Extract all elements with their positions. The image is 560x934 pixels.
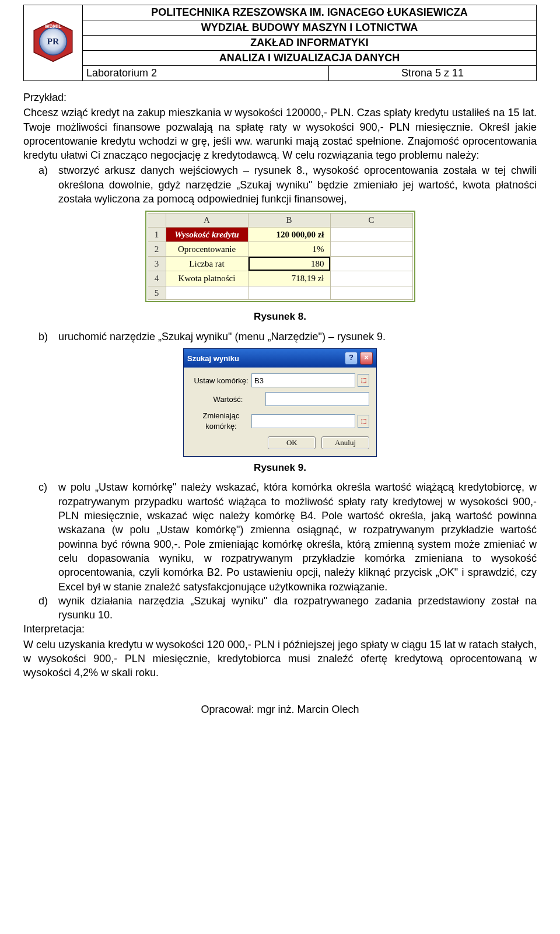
row-header: 4	[148, 271, 166, 286]
label-changing-cell: Zmieniając komórkę:	[191, 411, 251, 431]
caption-fig9: Rysunek 9.	[23, 461, 537, 475]
list-marker-d: d)	[38, 594, 48, 608]
page-header: PR WBMiL POLITECHNIKA RZESZOWSKA IM. IGN…	[23, 0, 537, 85]
header-page: Strona 5 z 11	[328, 66, 536, 81]
cell-a1: Wysokość kredytu	[166, 227, 248, 242]
list-marker-a: a)	[38, 163, 48, 177]
svg-text:PR: PR	[47, 36, 60, 46]
cell-b1: 120 000,00 zł	[248, 227, 330, 242]
list-marker-b: b)	[38, 330, 48, 344]
input-changing-cell[interactable]	[251, 414, 355, 428]
cell-c4	[330, 271, 412, 286]
dialog-titlebar: Szukaj wyniku ? ×	[184, 349, 376, 368]
header-line-3: ZAKŁAD INFORMATYKI	[83, 36, 537, 51]
header-line-2: WYDZIAŁ BUDOWY MASZYN I LOTNICTWA	[83, 20, 537, 36]
caption-fig8: Rysunek 8.	[23, 310, 537, 324]
input-to-value[interactable]	[265, 392, 369, 406]
cell-a3: Liczba rat	[166, 257, 248, 271]
list-text-a: stworzyć arkusz danych wejściowych – rys…	[58, 163, 537, 206]
logo-text: WBMiL	[44, 23, 61, 29]
goal-seek-dialog: Szukaj wyniku ? × Ustaw komórkę: ⬚	[183, 348, 377, 456]
cell-a4: Kwota płatności	[166, 271, 248, 286]
input-set-cell[interactable]	[251, 373, 355, 387]
cell-c5	[330, 286, 412, 299]
cell-b5	[248, 286, 330, 299]
spreadsheet-figure: A B C 1 Wysokość kredytu 120 000,00 zł 2…	[145, 211, 415, 302]
header-line-4: ANALIZA I WIZUALIZACJA DANYCH	[83, 51, 537, 66]
list-text-b: uruchomić narzędzie „Szukaj wyniku" (men…	[58, 331, 386, 342]
cell-a5	[166, 286, 248, 299]
col-header-c: C	[330, 214, 412, 227]
list-text-c: w polu „Ustaw komórkę" należy wskazać, k…	[58, 480, 537, 593]
cell-b3-selected: 180	[248, 257, 330, 271]
row-header: 2	[148, 242, 166, 256]
logo-cell: PR WBMiL	[24, 5, 83, 81]
help-button[interactable]: ?	[345, 352, 358, 365]
university-logo: PR WBMiL	[30, 19, 76, 64]
label-interpretacja: Interpretacja:	[23, 622, 537, 636]
col-header-a: A	[166, 214, 248, 227]
label-set-cell: Ustaw komórkę:	[191, 376, 251, 386]
label-to-value: Wartość:	[191, 394, 265, 405]
ref-picker-icon[interactable]: ⬚	[358, 415, 369, 428]
row-header: 5	[148, 286, 166, 299]
row-header: 3	[148, 257, 166, 271]
cancel-button[interactable]: Anuluj	[321, 436, 369, 449]
list-text-d: wynik działania narzędzia „Szukaj wyniku…	[58, 594, 537, 622]
ok-button[interactable]: OK	[268, 436, 316, 449]
cell-c2	[330, 242, 412, 256]
header-table: PR WBMiL POLITECHNIKA RZESZOWSKA IM. IGN…	[23, 5, 537, 81]
paragraph-intro: Chcesz wziąć kredyt na zakup mieszkania …	[23, 106, 537, 162]
cell-c1	[330, 227, 412, 242]
cell-b2: 1%	[248, 242, 330, 256]
cell-c3	[330, 257, 412, 271]
sheet-corner	[148, 214, 166, 227]
header-line-1: POLITECHNIKA RZESZOWSKA IM. IGNACEGO ŁUK…	[83, 5, 537, 20]
list-marker-c: c)	[38, 480, 47, 494]
dialog-title: Szukaj wyniku	[187, 354, 239, 364]
paragraph-interpretacja: W celu uzyskania kredytu w wysokości 120…	[23, 638, 537, 680]
cell-a2: Oprocentowanie	[166, 242, 248, 256]
close-button[interactable]: ×	[360, 352, 373, 365]
label-przyklad: Przykład:	[23, 90, 537, 104]
col-header-b: B	[248, 214, 330, 227]
header-lab: Laboratorium 2	[83, 66, 329, 81]
row-header: 1	[148, 227, 166, 242]
footer-author: Opracował: mgr inż. Marcin Olech	[23, 702, 537, 716]
cell-b4: 718,19 zł	[248, 271, 330, 286]
ref-picker-icon[interactable]: ⬚	[358, 374, 369, 387]
